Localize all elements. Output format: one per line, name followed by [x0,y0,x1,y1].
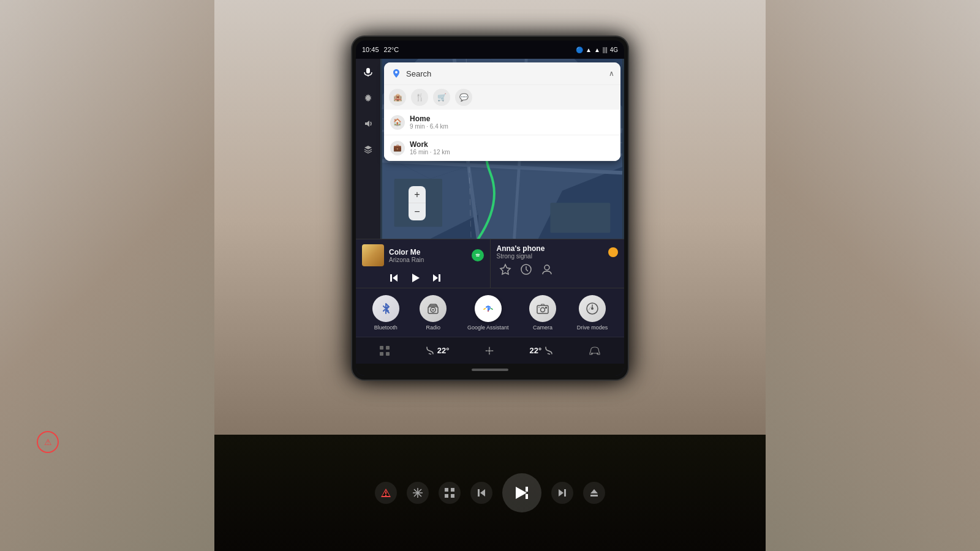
svg-marker-24 [393,274,398,282]
zoom-in-button[interactable]: + [409,186,426,203]
time-display: 10:45 [362,46,379,53]
svg-marker-62 [480,489,485,497]
network-type: 4G [610,47,618,53]
svg-rect-43 [380,346,383,350]
wifi-status-icon: ▲ [594,47,600,53]
svg-rect-25 [390,274,392,282]
phone-info: Anna's phone Strong signal [497,244,545,260]
svg-rect-39 [545,307,547,309]
spotify-icon [472,249,484,261]
svg-rect-65 [526,487,528,492]
prev-track-button[interactable] [389,273,399,283]
bluetooth-app[interactable]: Bluetooth [372,295,399,331]
bars-icon: ||| [603,47,608,53]
center-play-button[interactable] [502,473,541,512]
svg-point-48 [591,353,593,354]
sidebar-settings[interactable] [360,89,377,107]
category-shopping[interactable]: 🛒 [433,89,450,106]
svg-point-31 [545,265,549,270]
track-name: Color Me [389,248,467,257]
svg-point-36 [488,310,489,312]
snowflake-button[interactable] [407,482,429,504]
drive-modes-icon [579,295,606,322]
drive-modes-app[interactable]: Drive modes [577,295,608,331]
apps-grid[interactable] [379,345,390,356]
app-shortcuts-row: Bluetooth [356,288,624,337]
hazard-button[interactable] [375,482,397,504]
camera-app[interactable]: Camera [529,295,556,331]
radio-app[interactable]: Radio [420,295,447,331]
svg-marker-69 [590,489,598,493]
right-seat-temp[interactable]: 22° [530,346,554,356]
grid-button[interactable] [439,482,461,504]
camera-label: Camera [533,324,552,331]
home-result-name: Home [410,114,614,123]
svg-rect-53 [385,495,386,496]
svg-rect-45 [380,352,383,356]
favorite-button[interactable] [499,263,511,279]
signal-dot [608,247,618,257]
status-right: 🔵 ▲ ▲ ||| 4G [576,47,618,53]
svg-marker-29 [500,264,510,274]
bluetooth-status-icon: 🔵 [576,47,583,53]
bottom-section: Color Me Arizona Rain [356,239,624,376]
search-overlay: Search ∧ 🏨 🍴 🛒 💬 🏠 [384,62,620,161]
warning-light: ⚠ [37,431,59,453]
contacts-button[interactable] [541,263,553,279]
category-chat[interactable]: 💬 [455,89,472,106]
svg-marker-27 [433,274,438,282]
status-bar: 10:45 22°C 🔵 ▲ ▲ ||| 4G [356,40,624,59]
svg-marker-64 [516,487,527,499]
home-bar [472,369,508,371]
svg-rect-60 [445,494,448,498]
svg-rect-63 [478,489,480,497]
dashboard-button-row [375,473,605,512]
google-assistant-icon [475,295,502,322]
play-pause-button[interactable] [406,269,424,287]
svg-rect-61 [451,494,454,498]
map-sidebar [356,59,380,239]
google-assistant-label: Google Assistant [467,324,509,331]
home-result-detail: 9 min · 6.4 km [410,123,614,130]
svg-marker-26 [412,274,420,282]
next-track-button[interactable] [432,273,442,283]
phone-name: Anna's phone [497,244,545,253]
svg-point-49 [597,353,598,354]
sidebar-volume[interactable] [360,115,377,132]
svg-point-22 [395,71,398,73]
svg-point-42 [591,307,594,310]
media-card: Color Me Arizona Rain [356,239,491,288]
screen-bezel: 10:45 22°C 🔵 ▲ ▲ ||| 4G [352,37,628,380]
svg-point-38 [541,307,545,312]
eject-button[interactable] [583,482,605,504]
car-status[interactable] [589,346,601,356]
rewind-button[interactable] [470,482,492,504]
phone-actions [497,263,619,279]
result-work[interactable]: 💼 Work 16 min · 12 km [384,135,620,161]
dashboard-controls [214,435,766,551]
phone-status: Strong signal [497,253,545,260]
fan-control[interactable] [484,345,495,356]
svg-rect-58 [445,488,448,492]
svg-marker-67 [559,489,564,497]
recents-button[interactable] [520,263,532,279]
camera-icon [529,295,556,322]
result-home[interactable]: 🏠 Home 9 min · 6.4 km [384,110,620,135]
sidebar-map-layers[interactable] [360,141,377,158]
home-indicator[interactable] [356,364,624,376]
zoom-out-button[interactable]: − [409,203,426,220]
category-hotel[interactable]: 🏨 [389,89,406,106]
svg-rect-18 [550,203,610,233]
left-seat-temp[interactable]: 22° [425,346,450,356]
radio-icon [420,295,447,322]
climate-bar: 22° 22° [356,337,624,364]
svg-rect-44 [386,346,390,350]
search-bar[interactable]: Search ∧ [384,62,620,84]
work-result-name: Work [410,140,614,149]
result-home-text: Home 9 min · 6.4 km [410,114,614,130]
google-assistant-app[interactable]: Google Assistant [467,295,509,331]
sidebar-microphone[interactable] [360,64,377,81]
fast-forward-button[interactable] [551,482,573,504]
search-chevron-icon: ∧ [609,69,614,78]
category-food[interactable]: 🍴 [411,89,428,106]
